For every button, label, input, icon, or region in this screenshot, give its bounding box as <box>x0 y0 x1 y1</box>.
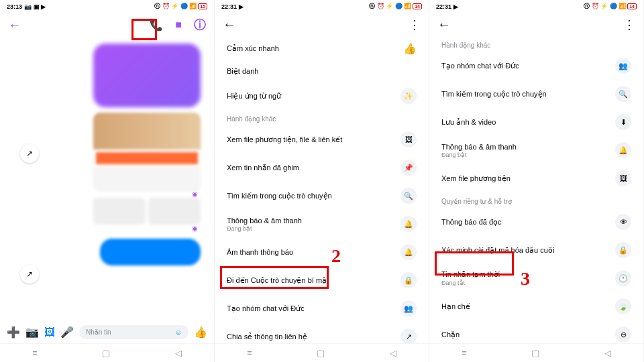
notification-sound-item[interactable]: Thông báo & âm thanhĐang bật🔔 <box>217 210 426 238</box>
search-icon: 🔍 <box>615 86 631 102</box>
android-navbar: ≡ ▢ ◁ <box>215 343 429 362</box>
group-icon: 👥 <box>615 58 631 74</box>
pinned-messages-item[interactable]: Xem tin nhắn đã ghim📌 <box>217 154 426 182</box>
recent-apps[interactable]: ≡ <box>247 348 252 358</box>
time: 22:31 <box>221 3 237 10</box>
media-files-item[interactable]: Xem file phương tiện🖼 <box>432 164 641 192</box>
share-icon[interactable]: ↗ <box>20 144 39 163</box>
bell-icon: 🔔 <box>615 142 631 158</box>
notification-sound-item[interactable]: Thông báo & âm thanhĐang bật🔔 <box>432 136 641 164</box>
section-other-actions: Hành động khác <box>217 110 426 125</box>
photo-icon: 🖼 <box>615 170 631 186</box>
read-receipts-item[interactable]: Thông báo đã đọc👁 <box>432 208 641 236</box>
android-navbar: ≡ ▢ ◁ <box>429 343 643 362</box>
phone-2-settings: 22:31 ▶ ⓝ ⏰ ⚡ 🔵 📶 14 ← ⋮ Cảm xúc nhanh👍 … <box>215 0 429 362</box>
link-preview[interactable] <box>93 113 201 190</box>
sound-notification-item[interactable]: Âm thanh thông báo🔔 <box>217 238 426 266</box>
secret-conversation-item[interactable]: Đi đến Cuộc trò chuyện bí mật🔒 <box>217 266 426 294</box>
share-icon: ↗ <box>400 328 417 345</box>
mic-icon[interactable]: 🎤 <box>60 326 74 339</box>
thumb-icon: 👍 <box>403 42 417 55</box>
phone-1-chat: 23:13 📷 ▣ ▶ ⓝ ⏰ ⚡ 🔵 📶 15 ← 📞 ■ ⓘ 1 ↗ ◉ ↗… <box>0 0 215 362</box>
lock-icon: 🔒 <box>400 272 417 288</box>
add-icon[interactable]: ➕ <box>7 326 20 339</box>
message-input[interactable]: Nhắn tin☺ <box>79 325 189 339</box>
back-button[interactable]: ← <box>437 17 451 32</box>
create-group-item[interactable]: Tạo nhóm chat với Đức👥 <box>217 294 426 322</box>
minus-icon: ⊖ <box>615 326 631 343</box>
time: 23:13 <box>7 3 22 10</box>
save-media-item[interactable]: Lưu ảnh & video⬇ <box>432 108 641 136</box>
settings-list[interactable]: Cảm xúc nhanh👍 Biệt danh Hiệu ứng từ ngữ… <box>215 36 429 351</box>
call-icon[interactable]: 📞 <box>150 19 163 32</box>
wand-icon: ✨ <box>400 88 417 104</box>
like-button[interactable]: 👍 <box>194 326 207 339</box>
pin-icon: 📌 <box>400 160 417 176</box>
section-other-actions: Hành động khác <box>432 36 641 52</box>
sent-indicator: ◉ <box>13 225 201 232</box>
back-nav[interactable]: ◁ <box>390 348 396 358</box>
settings-list[interactable]: Hành động khác Tạo nhóm chat với Đức👥 Tì… <box>429 36 643 362</box>
android-navbar: ≡ ▢ ◁ <box>0 343 214 362</box>
annotation-2: 2 <box>331 245 341 267</box>
disappearing-messages-item[interactable]: Tin nhắn tạm thờiĐang tắt🕐 <box>432 264 641 292</box>
search-icon: 🔍 <box>400 188 417 204</box>
back-button[interactable]: ← <box>8 17 21 33</box>
chat-header: ← 📞 ■ ⓘ <box>0 13 214 37</box>
quick-emotion-item[interactable]: Cảm xúc nhanh👍 <box>217 36 426 61</box>
restrict-item[interactable]: Hạn chế🍃 <box>432 292 641 320</box>
create-group-item[interactable]: Tạo nhóm chat với Đức👥 <box>432 52 641 80</box>
word-effects-item[interactable]: Hiệu ứng từ ngữ✨ <box>217 82 426 110</box>
verify-encryption-item[interactable]: Xác minh cài đặt mã hóa đầu cuối🔒 <box>432 236 641 264</box>
back-button[interactable]: ← <box>223 17 236 32</box>
video-icon[interactable]: ■ <box>175 19 182 31</box>
recent-apps[interactable]: ≡ <box>462 348 467 358</box>
group-icon: 👥 <box>400 300 417 316</box>
annotation-3: 3 <box>521 268 530 290</box>
gallery-icon[interactable]: 🖼 <box>44 326 55 339</box>
status-bar: 22:31 ▶ ⓝ ⏰ ⚡ 🔵 📶 14 <box>215 0 429 13</box>
leaf-icon: 🍃 <box>615 298 631 314</box>
battery: 15 <box>198 3 207 9</box>
home-button[interactable]: ▢ <box>317 348 325 358</box>
more-icon[interactable]: ⋮ <box>409 17 421 32</box>
photo-icon: 🖼 <box>400 131 417 147</box>
time: 22:31 <box>436 3 451 10</box>
lock-icon: 🔒 <box>615 242 631 258</box>
bell-icon: 🔔 <box>400 216 417 232</box>
sent-indicator: ◉ <box>13 190 201 198</box>
phone-3-privacy: 22:31 ▶ ⓝ ⏰ ⚡ 🔵 📶 14 ← ⋮ Hành động khác … <box>429 0 644 362</box>
battery: 14 <box>413 3 422 9</box>
message-composer: ➕ 📷 🖼 🎤 Nhắn tin☺ 👍 <box>0 321 214 343</box>
status-bar: 23:13 📷 ▣ ▶ ⓝ ⏰ ⚡ 🔵 📶 15 <box>0 0 214 13</box>
bell-icon: 🔔 <box>400 244 417 260</box>
nickname-item[interactable]: Biệt danh <box>217 61 426 82</box>
back-nav[interactable]: ◁ <box>604 348 611 358</box>
media-files-item[interactable]: Xem file phương tiện, file & liên kết🖼 <box>217 125 426 154</box>
home-button[interactable]: ▢ <box>102 348 110 358</box>
settings-header: ← ⋮ <box>429 13 643 36</box>
more-icon[interactable]: ⋮ <box>623 17 635 32</box>
info-icon[interactable]: ⓘ <box>194 17 206 33</box>
image-group[interactable] <box>93 198 201 225</box>
clock-icon: 🕐 <box>615 270 631 286</box>
chat-messages[interactable]: ↗ ◉ ↗ ◉ <box>0 37 214 339</box>
eye-icon: 👁 <box>615 214 631 230</box>
home-button[interactable]: ▢ <box>531 348 539 358</box>
search-chat-item[interactable]: Tìm kiếm trong cuộc trò chuyện🔍 <box>432 80 641 108</box>
settings-header: ← ⋮ <box>215 13 429 36</box>
battery: 14 <box>627 3 637 9</box>
share-icon[interactable]: ↗ <box>20 265 39 284</box>
back-nav[interactable]: ◁ <box>175 348 182 358</box>
section-privacy: Quyền riêng tư & hỗ trợ <box>432 192 641 208</box>
camera-icon[interactable]: 📷 <box>25 326 39 339</box>
download-icon: ⬇ <box>615 114 631 130</box>
message-bubble[interactable] <box>93 44 201 107</box>
status-bar: 22:31 ▶ ⓝ ⏰ ⚡ 🔵 📶 14 <box>429 0 643 13</box>
message-bubble[interactable] <box>100 239 201 265</box>
search-chat-item[interactable]: Tìm kiếm trong cuộc trò chuyện🔍 <box>217 182 426 210</box>
recent-apps[interactable]: ≡ <box>32 348 38 358</box>
